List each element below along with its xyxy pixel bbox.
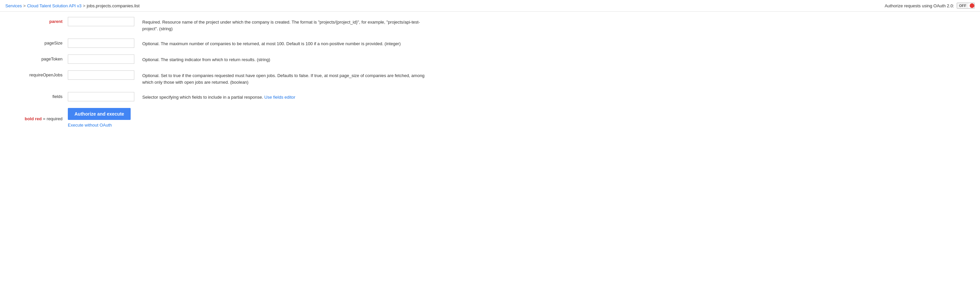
breadcrumb-sep-1: > bbox=[23, 3, 26, 8]
field-row-parent: parent Required. Resource name of the pr… bbox=[8, 17, 972, 32]
pagetoken-input[interactable] bbox=[68, 54, 134, 64]
action-buttons: Authorize and execute Execute without OA… bbox=[68, 108, 130, 127]
oauth-toggle-off-label: OFF bbox=[957, 3, 968, 8]
field-input-requireopenjobs[interactable] bbox=[68, 70, 134, 80]
execute-without-oauth-container: Execute without OAuth bbox=[68, 122, 130, 127]
breadcrumb: Services > Cloud Talent Solution API v3 … bbox=[5, 3, 140, 8]
field-label-pagesize: pageSize bbox=[8, 38, 68, 46]
oauth-toggle[interactable]: OFF bbox=[957, 3, 975, 9]
pagesize-input[interactable] bbox=[68, 38, 134, 48]
oauth-section: Authorize requests using OAuth 2.0: OFF bbox=[885, 3, 975, 9]
method-label: jobs.projects.companies.list bbox=[87, 3, 140, 8]
services-link[interactable]: Services bbox=[5, 3, 22, 8]
parent-input[interactable] bbox=[68, 17, 134, 26]
legend-equals: = required bbox=[43, 116, 62, 121]
field-label-fields: fields bbox=[8, 92, 68, 99]
field-input-fields[interactable] bbox=[68, 92, 134, 101]
main-content: parent Required. Resource name of the pr… bbox=[0, 12, 980, 140]
legend-row: bold red = required Authorize and execut… bbox=[8, 108, 972, 127]
field-label-pagetoken: pageToken bbox=[8, 54, 68, 62]
field-description-pagetoken: Optional. The starting indicator from wh… bbox=[134, 54, 270, 63]
field-input-pagesize[interactable] bbox=[68, 38, 134, 48]
api-link[interactable]: Cloud Talent Solution API v3 bbox=[27, 3, 81, 8]
top-bar: Services > Cloud Talent Solution API v3 … bbox=[0, 0, 980, 12]
field-description-requireopenjobs: Optional. Set to true if the companies r… bbox=[134, 70, 433, 86]
use-fields-editor-link[interactable]: Use fields editor bbox=[264, 95, 295, 100]
field-row-pagesize: pageSize Optional. The maximum number of… bbox=[8, 38, 972, 48]
legend-bold-red: bold red bbox=[25, 116, 41, 121]
field-label-parent: parent bbox=[8, 17, 68, 24]
fields-input[interactable] bbox=[68, 92, 134, 101]
field-input-pagetoken[interactable] bbox=[68, 54, 134, 64]
field-input-parent[interactable] bbox=[68, 17, 134, 26]
field-row-pagetoken: pageToken Optional. The starting indicat… bbox=[8, 54, 972, 64]
field-description-parent: Required. Resource name of the project u… bbox=[134, 17, 433, 32]
authorize-execute-button[interactable]: Authorize and execute bbox=[68, 108, 130, 120]
field-row-fields: fields Selector specifying which fields … bbox=[8, 92, 972, 101]
breadcrumb-sep-2: > bbox=[83, 3, 86, 8]
field-description-pagesize: Optional. The maximum number of companie… bbox=[134, 38, 401, 47]
execute-without-oauth-link[interactable]: Execute without OAuth bbox=[68, 122, 112, 127]
field-description-fields: Selector specifying which fields to incl… bbox=[134, 92, 295, 101]
field-label-requireopenjobs: requireOpenJobs bbox=[8, 70, 68, 78]
requireopenjobs-input[interactable] bbox=[68, 70, 134, 80]
legend-label: bold red = required bbox=[8, 114, 68, 121]
fields-description-text: Selector specifying which fields to incl… bbox=[142, 95, 263, 100]
oauth-label: Authorize requests using OAuth 2.0: bbox=[885, 3, 954, 8]
field-row-requireopenjobs: requireOpenJobs Optional. Set to true if… bbox=[8, 70, 972, 86]
oauth-toggle-circle bbox=[970, 3, 974, 8]
